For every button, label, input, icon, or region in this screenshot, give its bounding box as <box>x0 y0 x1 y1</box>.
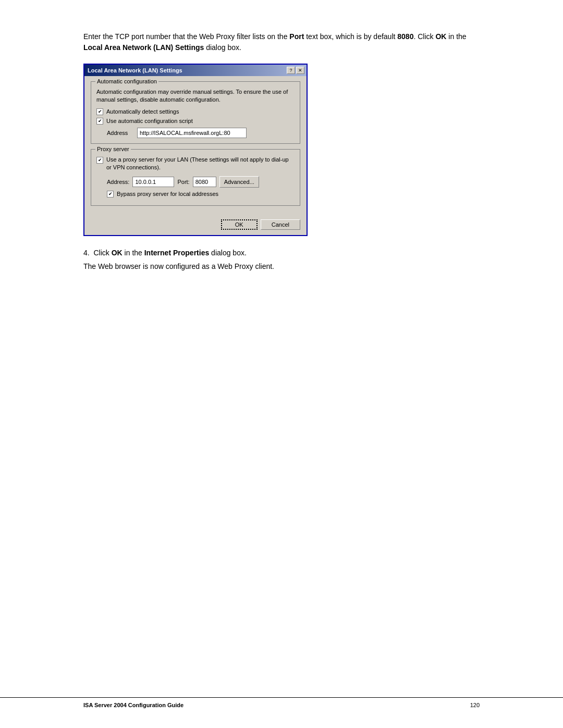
use-script-label: Use automatic configuration script <box>106 118 193 124</box>
auto-config-content: Automatic configuration may override man… <box>96 88 295 138</box>
intro-text2: text box, which is by default <box>304 32 397 41</box>
proxy-use-row: Use a proxy server for your LAN (These s… <box>96 156 295 172</box>
dialog-titlebar: Local Area Network (LAN) Settings ? ✕ <box>84 65 307 76</box>
proxy-port-input[interactable] <box>193 177 216 187</box>
intro-text1: Enter the TCP port number that the Web P… <box>83 32 289 41</box>
bypass-checkbox[interactable] <box>107 191 114 198</box>
use-script-row: Use automatic configuration script <box>96 118 295 125</box>
use-script-checkbox[interactable] <box>96 118 103 125</box>
auto-detect-label: Automatically detect settings <box>106 108 179 115</box>
address-label: Address <box>107 130 133 136</box>
proxy-fields-row: Address: Port: Advanced... <box>107 176 295 188</box>
dialog-title: Local Area Network (LAN) Settings <box>88 67 182 73</box>
intro-bold3: OK <box>435 32 446 41</box>
auto-config-title: Automatic configuration <box>95 78 158 84</box>
step4-bold1: OK <box>112 249 123 257</box>
step4-text: 4. Click OK in the Internet Properties d… <box>83 249 480 257</box>
result-text: The Web browser is now configured as a W… <box>83 262 480 270</box>
close-button[interactable]: ✕ <box>296 67 304 74</box>
page-footer: ISA Server 2004 Configuration Guide 120 <box>0 697 563 712</box>
proxy-addr-input[interactable] <box>132 177 174 187</box>
proxy-server-content: Use a proxy server for your LAN (These s… <box>96 156 295 198</box>
proxy-server-title: Proxy server <box>95 146 131 152</box>
intro-text3: . Click <box>413 32 435 41</box>
step4-number: 4. <box>83 249 90 257</box>
ok-button[interactable]: OK <box>221 219 258 230</box>
proxy-description: Use a proxy server for your LAN (These s… <box>106 156 295 172</box>
bypass-label: Bypass proxy server for local addresses <box>117 191 218 197</box>
intro-bold1: Port <box>289 32 304 41</box>
step4-bold2: Internet Properties <box>144 249 209 257</box>
step4-text3: dialog box. <box>209 249 247 257</box>
proxy-use-checkbox[interactable] <box>96 157 103 164</box>
help-button[interactable]: ? <box>287 67 295 74</box>
dialog-screenshot: Local Area Network (LAN) Settings ? ✕ Au… <box>83 64 480 236</box>
footer-right: 120 <box>470 702 480 708</box>
cancel-button[interactable]: Cancel <box>261 219 300 230</box>
bypass-row: Bypass proxy server for local addresses <box>107 191 295 198</box>
step4-text1: Click <box>93 249 111 257</box>
intro-text5: dialog box. <box>204 43 241 52</box>
address-input[interactable] <box>137 128 247 138</box>
lan-settings-dialog: Local Area Network (LAN) Settings ? ✕ Au… <box>83 64 308 236</box>
auto-detect-row: Automatically detect settings <box>96 108 295 115</box>
intro-text4: in the <box>446 32 466 41</box>
dialog-controls: ? ✕ <box>287 67 304 74</box>
advanced-button[interactable]: Advanced... <box>219 176 259 188</box>
auto-detect-checkbox[interactable] <box>96 108 103 115</box>
auto-config-group: Automatic configuration Automatic config… <box>91 81 300 144</box>
proxy-addr-label: Address: <box>107 179 129 185</box>
step4-text2: in the <box>123 249 144 257</box>
proxy-port-label: Port: <box>177 179 189 185</box>
dialog-body: Automatic configuration Automatic config… <box>84 76 307 216</box>
auto-config-description: Automatic configuration may override man… <box>96 88 295 104</box>
dialog-footer: OK Cancel <box>84 216 307 235</box>
intro-bold2: 8080 <box>397 32 413 41</box>
intro-bold4: Local Area Network (LAN) Settings <box>83 43 204 52</box>
footer-left: ISA Server 2004 Configuration Guide <box>83 702 183 708</box>
intro-paragraph: Enter the TCP port number that the Web P… <box>83 31 480 53</box>
proxy-server-group: Proxy server Use a proxy server for your… <box>91 149 300 206</box>
address-row: Address <box>107 128 295 138</box>
